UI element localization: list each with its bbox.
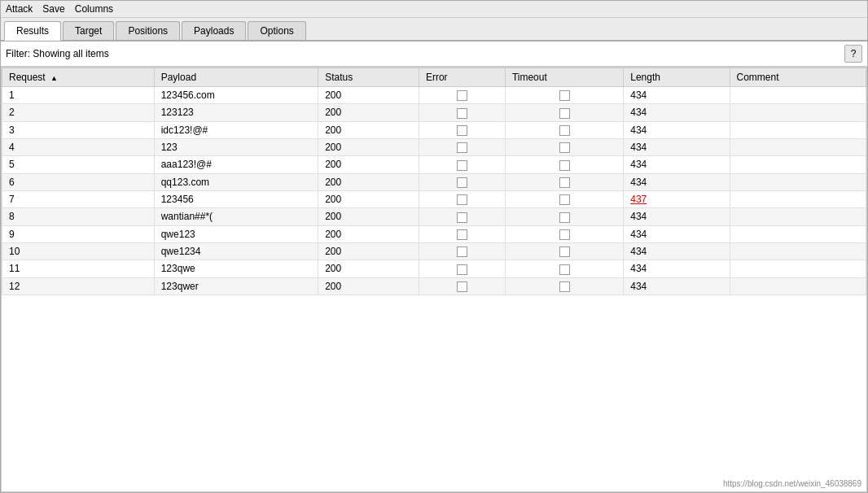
cell-error <box>419 225 505 242</box>
help-button[interactable]: ? <box>844 45 862 63</box>
timeout-checkbox[interactable] <box>559 212 570 223</box>
error-checkbox[interactable] <box>457 108 467 119</box>
cell-payload: idc123!@# <box>154 121 318 138</box>
col-header-error[interactable]: Error <box>419 68 505 87</box>
tab-payloads[interactable]: Payloads <box>182 21 246 40</box>
cell-payload: wantian##*( <box>154 208 318 225</box>
cell-request: 2 <box>2 104 155 121</box>
cell-timeout <box>505 190 623 207</box>
cell-error <box>419 242 505 260</box>
menu-columns[interactable]: Columns <box>75 3 113 15</box>
cell-timeout <box>505 173 623 190</box>
cell-timeout <box>505 121 623 138</box>
col-header-status[interactable]: Status <box>318 68 419 87</box>
tab-target[interactable]: Target <box>63 21 114 40</box>
menu-save[interactable]: Save <box>42 3 64 15</box>
cell-timeout <box>505 208 623 225</box>
timeout-checkbox[interactable] <box>559 142 570 153</box>
filter-text: Filter: Showing all items <box>6 48 844 59</box>
cell-error <box>419 260 505 277</box>
error-checkbox[interactable] <box>457 281 467 292</box>
table-row[interactable]: 10qwe1234200434 <box>2 242 866 260</box>
menu-bar: Attack Save Columns <box>1 1 867 18</box>
table-container: Request ▲ Payload Status Error Timeout L… <box>1 67 867 492</box>
table-row[interactable]: 7123456200437 <box>2 190 866 207</box>
table-row[interactable]: 3idc123!@#200434 <box>2 121 866 138</box>
table-row[interactable]: 6qq123.com200434 <box>2 173 866 190</box>
cell-payload: 123456 <box>154 190 318 207</box>
table-row[interactable]: 11123qwe200434 <box>2 260 866 277</box>
timeout-checkbox[interactable] <box>559 160 570 171</box>
filter-bar: Filter: Showing all items ? <box>1 41 867 67</box>
menu-attack[interactable]: Attack <box>6 3 33 15</box>
table-row[interactable]: 8wantian##*(200434 <box>2 208 866 225</box>
cell-timeout <box>505 104 623 121</box>
tab-results[interactable]: Results <box>4 21 61 41</box>
cell-length: 434 <box>624 277 730 294</box>
cell-request: 3 <box>2 121 155 138</box>
tab-positions[interactable]: Positions <box>116 21 180 40</box>
cell-status: 200 <box>318 277 419 294</box>
timeout-checkbox[interactable] <box>559 229 570 240</box>
cell-payload: 123qwer <box>154 277 318 294</box>
timeout-checkbox[interactable] <box>559 281 570 292</box>
timeout-checkbox[interactable] <box>559 90 570 101</box>
cell-length: 434 <box>624 156 730 173</box>
error-checkbox[interactable] <box>457 177 467 188</box>
tab-options[interactable]: Options <box>248 21 305 40</box>
error-checkbox[interactable] <box>457 246 467 257</box>
app-window: Attack Save Columns Results Target Posit… <box>0 0 868 493</box>
cell-status: 200 <box>318 156 419 173</box>
cell-request: 5 <box>2 156 155 173</box>
timeout-checkbox[interactable] <box>559 246 570 257</box>
table-row[interactable]: 2123123200434 <box>2 104 866 121</box>
cell-comment <box>730 87 866 104</box>
cell-comment <box>730 225 866 242</box>
cell-length: 437 <box>624 190 730 207</box>
error-checkbox[interactable] <box>457 90 467 101</box>
table-row[interactable]: 9qwe123200434 <box>2 225 866 242</box>
table-row[interactable]: 5aaa123!@#200434 <box>2 156 866 173</box>
col-header-length[interactable]: Length <box>624 68 730 87</box>
cell-comment <box>730 173 866 190</box>
error-checkbox[interactable] <box>457 229 467 240</box>
table-row[interactable]: 1123456.com200434 <box>2 87 866 104</box>
timeout-checkbox[interactable] <box>559 177 570 188</box>
cell-status: 200 <box>318 242 419 260</box>
col-header-comment[interactable]: Comment <box>730 68 866 87</box>
cell-payload: aaa123!@# <box>154 156 318 173</box>
cell-comment <box>730 277 866 294</box>
error-checkbox[interactable] <box>457 194 467 205</box>
timeout-checkbox[interactable] <box>559 125 570 136</box>
cell-error <box>419 208 505 225</box>
cell-payload: 123456.com <box>154 87 318 104</box>
cell-length: 434 <box>624 208 730 225</box>
col-header-request[interactable]: Request ▲ <box>2 68 155 87</box>
cell-status: 200 <box>318 190 419 207</box>
watermark: https://blog.csdn.net/weixin_46038869 <box>723 479 861 488</box>
error-checkbox[interactable] <box>457 160 467 171</box>
error-checkbox[interactable] <box>457 125 467 136</box>
error-checkbox[interactable] <box>457 212 467 223</box>
timeout-checkbox[interactable] <box>559 108 570 119</box>
cell-status: 200 <box>318 87 419 104</box>
table-wrapper[interactable]: Request ▲ Payload Status Error Timeout L… <box>2 68 866 491</box>
table-row[interactable]: 12123qwer200434 <box>2 277 866 294</box>
timeout-checkbox[interactable] <box>559 264 570 275</box>
cell-timeout <box>505 242 623 260</box>
cell-error <box>419 87 505 104</box>
table-row[interactable]: 4123200434 <box>2 138 866 155</box>
cell-status: 200 <box>318 173 419 190</box>
timeout-checkbox[interactable] <box>559 194 570 205</box>
col-header-timeout[interactable]: Timeout <box>505 68 623 87</box>
col-header-payload[interactable]: Payload <box>154 68 318 87</box>
error-checkbox[interactable] <box>457 264 467 275</box>
cell-comment <box>730 208 866 225</box>
cell-error <box>419 173 505 190</box>
cell-request: 1 <box>2 87 155 104</box>
error-checkbox[interactable] <box>457 142 467 153</box>
cell-error <box>419 190 505 207</box>
cell-status: 200 <box>318 104 419 121</box>
cell-length: 434 <box>624 242 730 260</box>
cell-status: 200 <box>318 208 419 225</box>
